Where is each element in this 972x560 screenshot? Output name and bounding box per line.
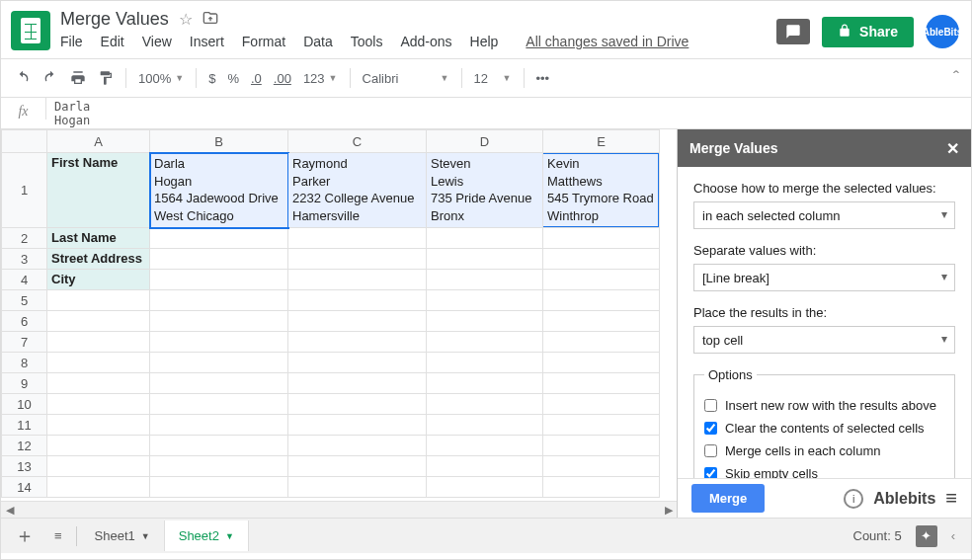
row-header-10[interactable]: 10: [2, 394, 47, 415]
row-header-9[interactable]: 9: [2, 373, 47, 394]
col-header-e[interactable]: E: [543, 130, 660, 153]
row-header-11[interactable]: 11: [2, 415, 47, 436]
opt-skip-empty[interactable]: Skip empty cells: [704, 466, 944, 478]
row-header-2[interactable]: 2: [2, 228, 47, 249]
more-formats-dropdown[interactable]: 123▼: [297, 67, 344, 90]
redo-button[interactable]: [37, 66, 64, 90]
horizontal-scrollbar[interactable]: ◀ ▶: [1, 501, 677, 518]
formula-input[interactable]: Darla Hogan: [46, 98, 971, 130]
opt-clear-contents-checkbox[interactable]: [704, 422, 717, 435]
paint-format-button[interactable]: [92, 66, 120, 90]
save-status[interactable]: All changes saved in Drive: [526, 34, 688, 49]
opt-insert-row[interactable]: Insert new row with the results above: [704, 398, 944, 413]
separator-label: Separate values with:: [693, 243, 955, 258]
row-header-8[interactable]: 8: [2, 353, 47, 373]
sheets-logo[interactable]: [11, 11, 50, 50]
row-header-7[interactable]: 7: [2, 332, 47, 353]
cell-b1[interactable]: Darla Hogan 1564 Jadewood Drive West Chi…: [150, 153, 288, 228]
sidebar-title: Merge Values: [689, 140, 778, 156]
account-avatar[interactable]: AbleBits: [926, 15, 959, 48]
zoom-dropdown[interactable]: 100%▼: [132, 67, 190, 90]
cell-b2[interactable]: [150, 228, 288, 249]
menu-data[interactable]: Data: [303, 34, 333, 49]
move-to-folder-icon[interactable]: [202, 10, 218, 30]
close-icon[interactable]: ✕: [946, 139, 959, 158]
menu-file[interactable]: File: [60, 34, 83, 49]
share-label: Share: [859, 24, 898, 40]
menu-help[interactable]: Help: [470, 34, 499, 49]
format-currency-button[interactable]: $: [202, 67, 221, 90]
row-header-3[interactable]: 3: [2, 249, 47, 270]
menu-addons[interactable]: Add-ons: [400, 34, 451, 49]
all-sheets-button[interactable]: ≡: [44, 522, 72, 549]
cell-a1[interactable]: First Name: [47, 153, 150, 228]
cell-a2[interactable]: Last Name: [47, 228, 150, 249]
separator-select[interactable]: [Line break]: [693, 264, 955, 291]
row-header-14[interactable]: 14: [2, 477, 47, 498]
cell-d2[interactable]: [427, 228, 543, 249]
cell-d1[interactable]: Steven Lewis 735 Pride Avenue Bronx: [427, 153, 543, 228]
menu-tools[interactable]: Tools: [351, 34, 383, 49]
menu-view[interactable]: View: [142, 34, 172, 49]
fx-icon[interactable]: fx: [1, 98, 46, 120]
tab-sheet2[interactable]: Sheet2▼: [165, 520, 249, 551]
comments-button[interactable]: [776, 19, 810, 44]
merge-button[interactable]: Merge: [691, 484, 765, 513]
cell-e1[interactable]: Kevin Matthews 545 Trymore Road Winthrop: [543, 153, 660, 228]
place-results-label: Place the results in the:: [693, 305, 955, 320]
col-header-c[interactable]: C: [288, 130, 427, 153]
decrease-decimal-button[interactable]: .0: [245, 67, 268, 90]
merge-how-label: Choose how to merge the selected values:: [693, 181, 955, 196]
more-tools-button[interactable]: •••: [530, 67, 556, 90]
info-icon[interactable]: i: [844, 489, 863, 509]
merge-values-sidebar: Merge Values ✕ Choose how to merge the s…: [677, 129, 971, 518]
opt-insert-row-checkbox[interactable]: [704, 399, 717, 412]
menu-insert[interactable]: Insert: [190, 34, 224, 49]
select-all-cell[interactable]: [2, 130, 47, 153]
row-header-1[interactable]: 1: [2, 153, 47, 228]
row-header-12[interactable]: 12: [2, 436, 47, 456]
tab-sheet1[interactable]: Sheet1▼: [81, 520, 165, 551]
hamburger-icon[interactable]: ≡: [945, 487, 957, 510]
scroll-right-icon[interactable]: ▶: [660, 504, 677, 517]
lock-icon: [838, 24, 851, 40]
star-icon[interactable]: ☆: [179, 10, 193, 29]
collapse-toolbar-button[interactable]: ˆ: [953, 68, 959, 89]
opt-clear-contents[interactable]: Clear the contents of selected cells: [704, 421, 944, 436]
options-group: Options Insert new row with the results …: [693, 367, 955, 478]
add-sheet-button[interactable]: ＋: [5, 517, 44, 555]
row-header-5[interactable]: 5: [2, 290, 47, 311]
cell-e2[interactable]: [543, 228, 660, 249]
cell-c1[interactable]: Raymond Parker 2232 College Avenue Hamer…: [288, 153, 427, 228]
format-percent-button[interactable]: %: [221, 67, 245, 90]
increase-decimal-button[interactable]: .00: [268, 67, 297, 90]
col-header-b[interactable]: B: [150, 130, 288, 153]
font-family-dropdown[interactable]: Calibri▼: [357, 67, 455, 90]
col-header-d[interactable]: D: [427, 130, 543, 153]
row-header-6[interactable]: 6: [2, 311, 47, 332]
options-legend: Options: [704, 367, 757, 382]
cell-a3[interactable]: Street Address: [47, 249, 150, 270]
cell-c2[interactable]: [288, 228, 427, 249]
font-size-dropdown[interactable]: 12▼: [468, 67, 518, 90]
explore-button[interactable]: ✦: [916, 525, 937, 547]
place-results-select[interactable]: top cell: [693, 326, 955, 354]
sidebar-collapse-icon[interactable]: ‹: [951, 528, 955, 543]
undo-button[interactable]: [9, 66, 37, 90]
share-button[interactable]: Share: [822, 17, 914, 47]
spreadsheet-grid[interactable]: A B C D E 1 First Name Darla Hogan 1564 …: [1, 129, 677, 518]
scroll-left-icon[interactable]: ◀: [1, 504, 18, 517]
opt-merge-cells[interactable]: Merge cells in each column: [704, 443, 944, 458]
menu-format[interactable]: Format: [242, 34, 285, 49]
merge-how-select[interactable]: in each selected column: [693, 201, 955, 229]
document-title[interactable]: Merge Values: [60, 9, 169, 30]
cell-a4[interactable]: City: [47, 270, 150, 290]
selection-count[interactable]: Count: 5: [853, 528, 902, 543]
print-button[interactable]: [64, 66, 92, 90]
opt-merge-cells-checkbox[interactable]: [704, 444, 717, 457]
opt-skip-empty-checkbox[interactable]: [704, 467, 717, 478]
row-header-13[interactable]: 13: [2, 456, 47, 477]
row-header-4[interactable]: 4: [2, 270, 47, 290]
col-header-a[interactable]: A: [47, 130, 150, 153]
menu-edit[interactable]: Edit: [101, 34, 124, 49]
